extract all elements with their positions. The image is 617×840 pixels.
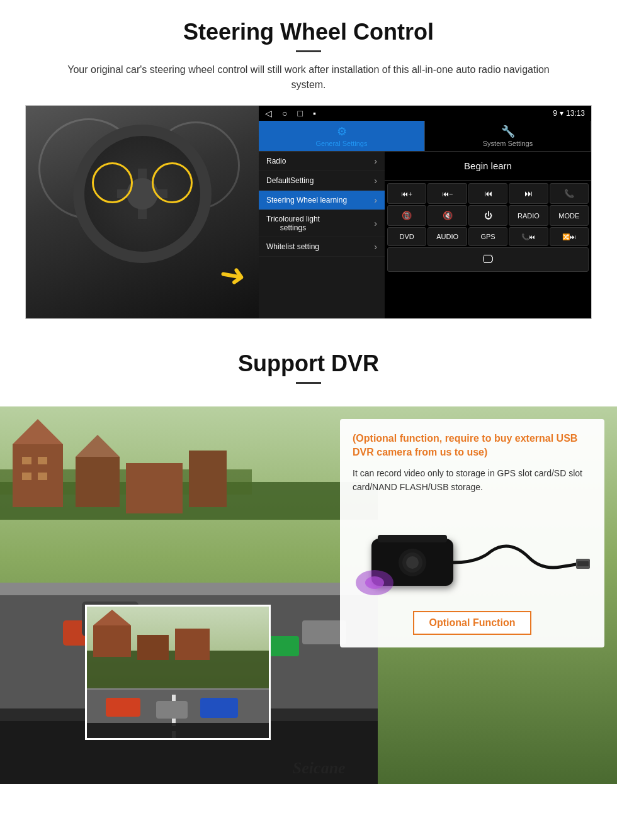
menu-item-radio[interactable]: Radio › bbox=[259, 152, 385, 171]
menu-steering-label: Steering Wheel learning bbox=[266, 196, 347, 204]
yellow-circle-right bbox=[152, 162, 193, 203]
tab-general-settings[interactable]: ⚙ General Settings bbox=[259, 121, 425, 151]
btn-power[interactable]: ⏻ bbox=[468, 205, 507, 226]
steering-section: Steering Wheel Control Your original car… bbox=[0, 0, 617, 332]
svg-rect-10 bbox=[38, 457, 47, 464]
btn-shuffle-next[interactable]: 🔀⏭ bbox=[550, 227, 589, 246]
svg-rect-11 bbox=[22, 473, 31, 480]
menu-whitelist-label: Whitelist setting bbox=[266, 242, 319, 251]
btn-call[interactable]: 📞 bbox=[550, 183, 589, 204]
btn-prev[interactable]: ⏮ bbox=[468, 183, 507, 204]
btn-vol-down[interactable]: ⏮− bbox=[427, 183, 467, 204]
signal-icon: 9 bbox=[553, 109, 557, 118]
menu-item-default[interactable]: DefaultSetting › bbox=[259, 171, 385, 191]
dvr-title-area: Support DVR bbox=[0, 332, 617, 406]
android-ui: ◁ ○ □ ▪ 9 ▾ 13:13 ⚙ General Settings bbox=[259, 106, 591, 318]
btn-audio[interactable]: AUDIO bbox=[427, 227, 467, 246]
menu-panel: Radio › DefaultSetting › Steering Wheel … bbox=[259, 152, 385, 318]
btn-mode[interactable]: MODE bbox=[550, 205, 589, 226]
dvr-description: It can record video only to storage in G… bbox=[353, 466, 592, 495]
steering-panel: ➜ ◁ ○ □ ▪ 9 ▾ 13:13 bbox=[25, 105, 592, 319]
tab-system-settings[interactable]: 🔧 System Settings bbox=[425, 121, 591, 151]
dvr-camera-image bbox=[353, 504, 592, 605]
ctrl-row-4: 🖵 bbox=[387, 247, 589, 272]
wheel-container bbox=[73, 125, 212, 263]
subtitle-text: Your original car's steering wheel contr… bbox=[50, 62, 567, 92]
time-display: 13:13 bbox=[566, 109, 585, 118]
svg-rect-47 bbox=[175, 629, 210, 660]
begin-learn-button[interactable]: Begin learn bbox=[451, 157, 524, 175]
btn-hangup[interactable]: 📵 bbox=[387, 205, 426, 226]
btn-call-prev[interactable]: 📞⏮ bbox=[509, 227, 548, 246]
page-title: Steering Wheel Control bbox=[25, 19, 592, 45]
wifi-icon: ▾ bbox=[560, 109, 563, 118]
title-divider bbox=[296, 50, 321, 52]
menu-item-steering[interactable]: Steering Wheel learning › bbox=[259, 191, 385, 210]
dvr-camera-svg bbox=[353, 507, 592, 602]
svg-rect-8 bbox=[189, 451, 227, 507]
right-content: Begin learn ⏮+ ⏮− ⏮ ⏭ 📞 bbox=[385, 152, 591, 318]
dvr-optional-text: (Optional function, require to buy exter… bbox=[353, 432, 592, 460]
svg-rect-48 bbox=[106, 698, 140, 717]
svg-rect-44 bbox=[93, 625, 131, 657]
status-icons: 9 ▾ 13:13 bbox=[553, 109, 585, 118]
chevron-tricoloured: › bbox=[374, 218, 377, 228]
begin-learn-area: Begin learn bbox=[385, 152, 591, 181]
dvr-title: Support DVR bbox=[25, 350, 592, 377]
control-buttons-grid: ⏮+ ⏮− ⏮ ⏭ 📞 📵 🔇 ⏻ RADIO MODE bbox=[385, 181, 591, 274]
svg-rect-46 bbox=[137, 635, 169, 660]
settings-icon: 🔧 bbox=[501, 125, 515, 138]
dvr-preview-box bbox=[85, 605, 271, 740]
menu-item-whitelist[interactable]: Whitelist setting › bbox=[259, 237, 385, 257]
dvr-info-box: (Optional function, require to buy exter… bbox=[340, 419, 604, 647]
ctrl-row-1: ⏮+ ⏮− ⏮ ⏭ 📞 bbox=[387, 183, 589, 204]
nav-home[interactable]: ○ bbox=[282, 108, 287, 118]
svg-rect-49 bbox=[156, 701, 188, 719]
nav-cast[interactable]: ▪ bbox=[313, 108, 316, 118]
tab-system-label: System Settings bbox=[483, 140, 533, 147]
chevron-steering: › bbox=[374, 195, 377, 205]
btn-next[interactable]: ⏭ bbox=[509, 183, 548, 204]
btn-radio[interactable]: RADIO bbox=[509, 205, 548, 226]
dvr-background: (Optional function, require to buy exter… bbox=[0, 406, 617, 784]
svg-rect-32 bbox=[378, 535, 447, 542]
chevron-whitelist: › bbox=[374, 242, 377, 252]
gear-icon: ⚙ bbox=[337, 125, 347, 138]
svg-rect-34 bbox=[577, 561, 589, 566]
menu-tricoloured-label: Tricoloured lightsettings bbox=[266, 215, 320, 232]
btn-whitelist-icon[interactable]: 🖵 bbox=[387, 247, 589, 272]
steering-wheel-area: ➜ bbox=[26, 106, 259, 318]
top-tabs: ⚙ General Settings 🔧 System Settings bbox=[259, 121, 591, 152]
ctrl-row-3: DVD AUDIO GPS 📞⏮ 🔀⏭ bbox=[387, 227, 589, 246]
btn-dvd[interactable]: DVD bbox=[387, 227, 426, 246]
android-statusbar: ◁ ○ □ ▪ 9 ▾ 13:13 bbox=[259, 106, 591, 121]
btn-vol-up[interactable]: ⏮+ bbox=[387, 183, 426, 204]
wheel-outer bbox=[73, 125, 212, 263]
seicane-brand: Seicane bbox=[293, 759, 346, 778]
svg-rect-19 bbox=[0, 583, 378, 595]
svg-rect-50 bbox=[200, 698, 238, 718]
nav-square[interactable]: □ bbox=[297, 108, 302, 118]
svg-rect-12 bbox=[38, 473, 47, 480]
menu-radio-label: Radio bbox=[266, 157, 286, 165]
tab-general-label: General Settings bbox=[316, 140, 368, 147]
btn-mute[interactable]: 🔇 bbox=[427, 205, 467, 226]
android-navbar: ◁ ○ □ ▪ bbox=[265, 108, 316, 118]
chevron-radio: › bbox=[374, 156, 377, 166]
nav-back[interactable]: ◁ bbox=[265, 108, 272, 118]
svg-point-31 bbox=[406, 556, 419, 569]
android-content: Radio › DefaultSetting › Steering Wheel … bbox=[259, 152, 591, 318]
dvr-divider bbox=[296, 382, 321, 384]
dvr-preview-svg bbox=[87, 607, 271, 740]
yellow-circle-left bbox=[92, 162, 133, 203]
optional-function-area: Optional Function bbox=[353, 605, 592, 635]
menu-item-tricoloured[interactable]: Tricoloured lightsettings › bbox=[259, 210, 385, 237]
svg-rect-51 bbox=[87, 723, 271, 740]
ctrl-row-2: 📵 🔇 ⏻ RADIO MODE bbox=[387, 205, 589, 226]
svg-rect-7 bbox=[126, 463, 183, 513]
btn-gps[interactable]: GPS bbox=[468, 227, 507, 246]
optional-function-button[interactable]: Optional Function bbox=[413, 611, 532, 635]
svg-point-36 bbox=[365, 576, 384, 589]
chevron-default: › bbox=[374, 176, 377, 186]
svg-rect-9 bbox=[22, 457, 31, 464]
